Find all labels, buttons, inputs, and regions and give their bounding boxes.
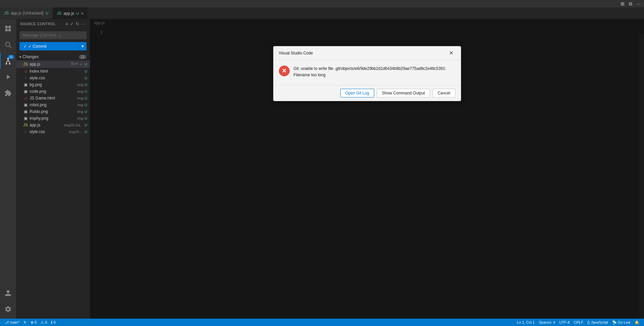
message-input[interactable] — [19, 31, 87, 39]
file-name: trophy.png — [30, 116, 76, 121]
file-name: index.html — [30, 69, 83, 74]
file-type-label: img — [77, 116, 83, 120]
more-icon[interactable]: ··· — [636, 1, 641, 6]
branch-label: main* — [10, 320, 19, 324]
position-label: Ln 1, Col 1 — [517, 320, 535, 324]
status-eol[interactable]: CRLF — [572, 320, 586, 324]
file-name: JS Game.html — [30, 96, 76, 100]
sidebar-check-icon[interactable]: ✓ — [70, 21, 74, 27]
stage-icon[interactable]: ＋ — [79, 61, 83, 67]
svg-line-5 — [9, 46, 11, 48]
error-count: 0 — [35, 320, 37, 324]
svg-rect-2 — [5, 29, 8, 31]
list-item[interactable]: ◇ JS Game.html img U — [16, 95, 90, 101]
list-item[interactable]: JS app.js imgJS Ga... U — [16, 122, 90, 128]
tab-js-icon-2: JS — [57, 11, 61, 16]
activity-run[interactable] — [0, 69, 16, 85]
status-info[interactable]: ℹ 0 — [49, 319, 57, 326]
changes-section-header[interactable]: ▾ Changes 11 — [16, 53, 90, 60]
svg-rect-3 — [8, 29, 11, 31]
file-name: Ruido.png — [30, 109, 76, 114]
status-position[interactable]: Ln 1, Col 1 — [515, 320, 537, 324]
file-name: style.css — [30, 129, 67, 134]
activity-settings[interactable] — [0, 301, 16, 317]
changes-chevron: ▾ — [19, 55, 21, 59]
title-bar: ⊞ ⧉ ··· — [0, 0, 644, 7]
list-item[interactable]: ◇ index.html U — [16, 68, 90, 75]
commit-area: ✓ ✓ Commit ▾ — [16, 29, 90, 53]
sidebar-more-icon[interactable]: ··· — [81, 21, 86, 27]
svg-rect-0 — [5, 26, 8, 28]
list-item[interactable]: ▣ trophy.png img U — [16, 115, 90, 122]
modal-close-button[interactable]: ✕ — [447, 50, 455, 56]
encoding-label: UTF-8 — [559, 320, 569, 324]
file-status: U — [85, 76, 87, 80]
list-item[interactable]: JS app.js ⎘ ↩ ＋ U — [16, 60, 90, 68]
status-encoding[interactable]: UTF-8 — [557, 320, 572, 324]
file-name: bg.png — [30, 82, 76, 87]
file-action-icons: ⎘ ↩ ＋ — [71, 61, 83, 67]
file-type-label: img — [77, 83, 83, 87]
discard-icon[interactable]: ↩ — [75, 61, 78, 67]
status-warnings[interactable]: ⚠ 0 — [39, 319, 49, 326]
status-errors[interactable]: ⊗ 0 — [29, 319, 39, 326]
list-item[interactable]: # style.css U — [16, 75, 90, 81]
list-item[interactable]: ▣ bg.png img U — [16, 81, 90, 88]
activity-search[interactable] — [0, 37, 16, 53]
img-file-icon: ▣ — [23, 109, 28, 114]
main-area: 11 SOURCE CONTROL ≡ ✓ ↻ ··· — [0, 19, 644, 319]
img-file-icon: ▣ — [23, 102, 28, 108]
status-notification[interactable]: 🔔 — [633, 320, 641, 325]
list-item[interactable]: ▣ Ruido.png img U — [16, 108, 90, 115]
file-name: robot.png — [30, 103, 76, 107]
file-status: U — [85, 89, 87, 93]
golive-icon: 📡 — [612, 320, 617, 325]
list-item[interactable]: # style.css imgJS ... U — [16, 128, 90, 135]
branch-icon: ⎇ — [5, 320, 9, 325]
sidebar-header-icons: ≡ ✓ ↻ ··· — [65, 21, 86, 27]
list-item[interactable]: ▣ code.png img U — [16, 88, 90, 95]
status-sync[interactable]: ↻ — [21, 319, 29, 326]
commit-icon: ✓ — [23, 44, 27, 49]
modal-body: ✕ Git: unable to write file .git/objects… — [274, 60, 461, 85]
activity-extensions[interactable] — [0, 85, 16, 101]
status-golive[interactable]: 📡 Go Live — [610, 320, 633, 325]
tab-appjs-untracked[interactable]: JS app.js (Untracked) U — [0, 7, 53, 19]
tab-appjs[interactable]: JS app.js U × — [53, 7, 88, 19]
activity-explorer[interactable] — [0, 21, 16, 37]
split-icon[interactable]: ⧉ — [628, 1, 633, 6]
list-item[interactable]: ▣ robot.png img U — [16, 101, 90, 108]
open-git-log-button[interactable]: Open Git Log — [340, 89, 374, 97]
html-file-icon: ◇ — [23, 69, 28, 74]
file-status: U — [85, 62, 87, 66]
file-name: app.js — [30, 123, 63, 127]
cancel-button[interactable]: Cancel — [433, 89, 455, 97]
file-status: U — [85, 103, 87, 107]
warning-count: 0 — [45, 320, 47, 324]
status-spaces[interactable]: Spaces: 4 — [537, 320, 557, 324]
svg-rect-1 — [8, 26, 11, 28]
activity-git[interactable]: 11 — [0, 53, 16, 69]
git-badge: 11 — [8, 55, 14, 59]
file-type-label: imgJS Ga... — [64, 123, 83, 127]
sidebar-list-icon[interactable]: ≡ — [65, 21, 68, 27]
changes-label: Changes — [22, 54, 39, 59]
status-branch[interactable]: ⎇ main* — [3, 319, 21, 326]
tab-close-button[interactable]: × — [81, 11, 84, 16]
file-status: U — [85, 130, 87, 134]
sidebar: SOURCE CONTROL ≡ ✓ ↻ ··· ✓ ✓ Commit ▾ ▾ … — [16, 19, 90, 319]
tab-appjs-untracked-status: U — [46, 11, 48, 15]
tab-bar: JS app.js (Untracked) U JS app.js U × — [0, 7, 644, 19]
commit-button[interactable]: ✓ ✓ Commit — [19, 42, 79, 50]
img-file-icon: ▣ — [23, 89, 28, 94]
activity-account[interactable] — [0, 285, 16, 301]
open-file-icon[interactable]: ⎘ — [71, 61, 74, 67]
status-language[interactable]: {} JavaScript — [585, 320, 610, 324]
language-label: {} JavaScript — [587, 320, 608, 324]
show-command-output-button[interactable]: Show Command Output — [377, 89, 430, 97]
file-type-label: img — [77, 96, 83, 100]
layout-icon[interactable]: ⊞ — [620, 1, 625, 6]
commit-dropdown-button[interactable]: ▾ — [79, 42, 87, 50]
modal-footer: Open Git Log Show Command Output Cancel — [274, 85, 461, 101]
sidebar-refresh-icon[interactable]: ↻ — [76, 21, 80, 27]
